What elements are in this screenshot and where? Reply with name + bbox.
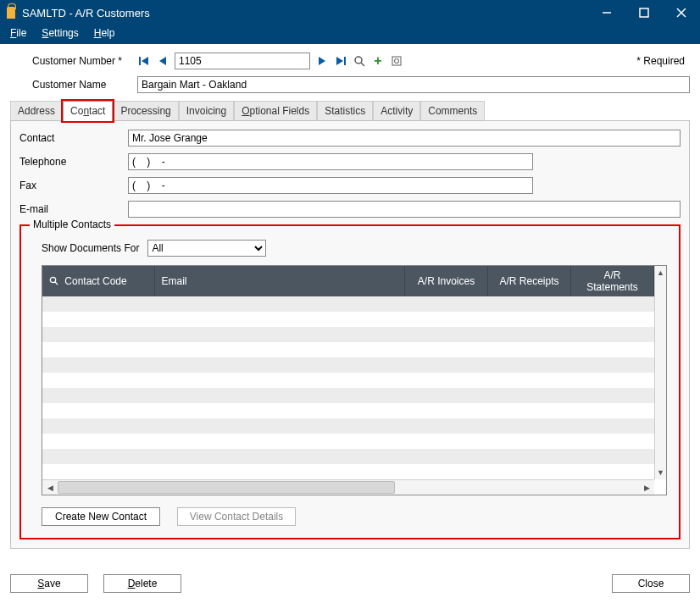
- footer-buttons: Save Delete Close: [10, 574, 690, 593]
- scroll-down-icon[interactable]: ▼: [655, 466, 666, 479]
- close-window-button[interactable]: [663, 0, 700, 25]
- tab-panel-contact: Contact Telephone Fax E-mail Multiple Co…: [10, 120, 690, 549]
- show-documents-for-select[interactable]: All: [147, 240, 266, 257]
- svg-rect-9: [344, 57, 346, 65]
- multiple-contacts-group: Multiple Contacts Show Documents For All: [19, 224, 681, 539]
- grid-vertical-scrollbar[interactable]: ▲ ▼: [654, 266, 666, 479]
- close-button[interactable]: Close: [612, 574, 690, 593]
- table-row[interactable]: [42, 403, 654, 418]
- record-nav: [137, 54, 169, 68]
- nav-next-icon[interactable]: [315, 54, 329, 68]
- grid-body: [42, 296, 654, 479]
- hscroll-thumb[interactable]: [58, 481, 395, 494]
- customer-number-input[interactable]: [175, 53, 310, 69]
- customer-number-label: Customer Number *: [10, 55, 137, 67]
- telephone-input[interactable]: [128, 153, 533, 170]
- contacts-grid[interactable]: Contact Code Email A/R Invoices A/R Rece…: [42, 265, 667, 495]
- svg-marker-5: [142, 57, 148, 65]
- col-email[interactable]: Email: [154, 266, 405, 296]
- tab-comments[interactable]: Comments: [420, 101, 485, 121]
- maximize-button[interactable]: [625, 0, 663, 25]
- email-label: E-mail: [19, 203, 128, 215]
- svg-rect-1: [640, 8, 648, 17]
- tab-address[interactable]: Address: [10, 101, 63, 121]
- minimize-button[interactable]: [588, 0, 625, 25]
- scroll-right-icon[interactable]: ▶: [639, 480, 654, 495]
- table-row[interactable]: [42, 418, 654, 434]
- menu-help[interactable]: Help: [87, 25, 122, 41]
- nav-prev-icon[interactable]: [156, 54, 169, 68]
- telephone-label: Telephone: [19, 156, 128, 168]
- menu-file[interactable]: File: [3, 25, 33, 41]
- customer-name-row: Customer Name: [10, 76, 690, 93]
- tab-processing[interactable]: Processing: [113, 101, 178, 121]
- svg-marker-8: [336, 57, 343, 65]
- svg-marker-7: [319, 57, 325, 65]
- client-area: Customer Number * + * Req: [0, 44, 700, 603]
- col-contact-code[interactable]: Contact Code: [42, 266, 154, 296]
- finder-icon[interactable]: [353, 54, 366, 68]
- scroll-left-icon[interactable]: ◀: [42, 480, 58, 495]
- svg-point-10: [355, 57, 362, 64]
- nav-first-icon[interactable]: [137, 54, 151, 68]
- tab-strip: Address Contact Processing Invoicing Opt…: [10, 100, 690, 120]
- tab-optional-fields[interactable]: Optional Fields: [234, 101, 317, 121]
- menu-settings[interactable]: Settings: [35, 25, 85, 41]
- tabs: Address Contact Processing Invoicing Opt…: [10, 100, 690, 549]
- svg-line-15: [55, 282, 58, 285]
- table-row[interactable]: [42, 357, 654, 373]
- col-ar-receipts[interactable]: A/R Receipts: [488, 266, 571, 296]
- show-documents-for-label: Show Documents For: [42, 242, 139, 254]
- nav-last-icon[interactable]: [334, 54, 347, 68]
- scroll-up-icon[interactable]: ▲: [655, 266, 666, 279]
- table-row[interactable]: [42, 388, 654, 403]
- svg-line-11: [361, 63, 364, 66]
- svg-marker-6: [159, 57, 166, 65]
- table-row[interactable]: [42, 434, 654, 449]
- table-row[interactable]: [42, 373, 654, 388]
- tab-contact[interactable]: Contact: [63, 101, 113, 121]
- col-ar-invoices[interactable]: A/R Invoices: [405, 266, 488, 296]
- fax-input[interactable]: [128, 177, 533, 194]
- tab-statistics[interactable]: Statistics: [317, 101, 373, 121]
- table-row[interactable]: [42, 327, 654, 342]
- table-row[interactable]: [42, 464, 654, 479]
- app-icon: [7, 7, 15, 19]
- tab-invoicing[interactable]: Invoicing: [179, 101, 234, 121]
- zoom-icon[interactable]: [390, 54, 403, 68]
- customer-name-input[interactable]: [137, 76, 690, 93]
- menu-bar: File Settings Help: [0, 25, 700, 44]
- save-button[interactable]: Save: [10, 574, 88, 593]
- contact-input[interactable]: [128, 130, 681, 147]
- new-icon[interactable]: +: [371, 54, 385, 68]
- fax-label: Fax: [19, 180, 128, 191]
- record-nav-right: +: [315, 54, 403, 68]
- tab-activity[interactable]: Activity: [373, 101, 420, 121]
- svg-rect-4: [139, 57, 141, 65]
- window-title: SAMLTD - A/R Customers: [22, 7, 150, 19]
- create-new-contact-button[interactable]: Create New Contact: [42, 507, 160, 526]
- table-row[interactable]: [42, 449, 654, 464]
- title-bar: SAMLTD - A/R Customers: [0, 0, 700, 25]
- contact-label: Contact: [19, 132, 128, 144]
- delete-button[interactable]: Delete: [103, 574, 181, 593]
- table-row[interactable]: [42, 312, 654, 327]
- required-note: * Required: [636, 55, 690, 67]
- svg-rect-12: [392, 57, 401, 65]
- svg-point-13: [395, 59, 399, 64]
- table-row[interactable]: [42, 296, 654, 312]
- customer-number-row: Customer Number * + * Req: [10, 53, 690, 69]
- view-contact-details-button: View Contact Details: [177, 507, 296, 526]
- table-row[interactable]: [42, 342, 654, 357]
- email-input[interactable]: [128, 201, 681, 218]
- grid-horizontal-scrollbar[interactable]: ◀ ▶: [42, 479, 654, 495]
- multiple-contacts-legend: Multiple Contacts: [30, 219, 114, 230]
- customer-name-label: Customer Name: [10, 79, 137, 91]
- svg-point-14: [50, 277, 55, 282]
- col-ar-statements[interactable]: A/R Statements: [571, 266, 654, 296]
